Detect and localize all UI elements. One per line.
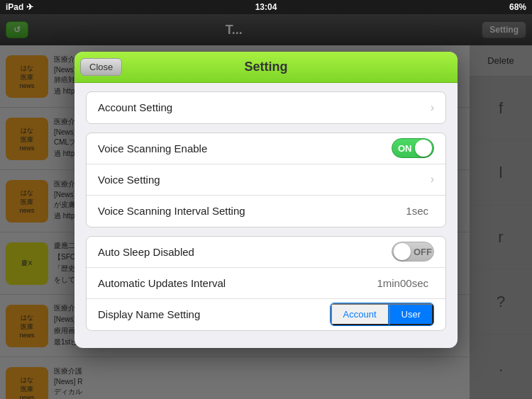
- auto-updates-value: 1min00sec: [377, 277, 428, 289]
- modal-body: Account Setting › Voice Scanning Enable …: [74, 83, 458, 348]
- status-bar-time: 13:04: [255, 2, 277, 12]
- toggle-on-label: ON: [398, 143, 412, 154]
- voice-scanning-toggle[interactable]: ON: [392, 138, 434, 158]
- toggle-off-label: OFF: [414, 247, 432, 257]
- toggle-thumb: [415, 140, 432, 157]
- status-bar-battery: 68%: [509, 2, 526, 12]
- auto-updates-label: Automatic Updates Interval: [98, 277, 377, 289]
- account-setting-label: Account Setting: [98, 101, 431, 113]
- account-section: Account Setting ›: [86, 91, 446, 124]
- modal-title: Setting: [245, 60, 288, 74]
- status-bar-right: 68%: [509, 2, 526, 12]
- sleep-display-section: Auto Sleep Disabled OFF Automatic Update…: [86, 236, 446, 331]
- close-button[interactable]: Close: [80, 58, 122, 76]
- auto-sleep-toggle[interactable]: OFF: [392, 242, 434, 262]
- segment-account-button[interactable]: Account: [331, 303, 389, 325]
- voice-scanning-enable-row[interactable]: Voice Scanning Enable ON: [87, 133, 445, 164]
- status-bar-carrier: iPad ✈: [6, 2, 33, 12]
- toggle-thumb: [394, 243, 411, 260]
- voice-interval-value: 1sec: [406, 205, 428, 217]
- display-name-segmented[interactable]: Account User: [330, 303, 434, 326]
- auto-sleep-row[interactable]: Auto Sleep Disabled OFF: [87, 237, 445, 268]
- settings-modal: Close Setting Account Setting › Voice Sc…: [74, 52, 458, 348]
- display-name-row: Display Name Setting Account User: [87, 299, 445, 330]
- voice-setting-row[interactable]: Voice Setting ›: [87, 164, 445, 196]
- auto-updates-row: Automatic Updates Interval 1min00sec: [87, 268, 445, 299]
- voice-interval-row: Voice Scanning Interval Setting 1sec: [87, 196, 445, 227]
- account-setting-row[interactable]: Account Setting ›: [87, 92, 445, 123]
- status-bar-left: iPad ✈: [6, 2, 33, 12]
- voice-interval-label: Voice Scanning Interval Setting: [98, 205, 406, 217]
- segment-user-button[interactable]: User: [389, 303, 433, 325]
- display-name-label: Display Name Setting: [98, 308, 330, 320]
- voice-scanning-enable-label: Voice Scanning Enable: [98, 142, 392, 154]
- chevron-right-icon: ›: [431, 173, 434, 186]
- auto-sleep-label: Auto Sleep Disabled: [98, 246, 392, 258]
- voice-section: Voice Scanning Enable ON Voice Setting ›…: [86, 133, 446, 227]
- chevron-right-icon: ›: [431, 101, 434, 114]
- modal-header: Close Setting: [74, 52, 458, 83]
- status-bar: iPad ✈ 13:04 68%: [0, 0, 532, 14]
- voice-setting-label: Voice Setting: [98, 174, 431, 186]
